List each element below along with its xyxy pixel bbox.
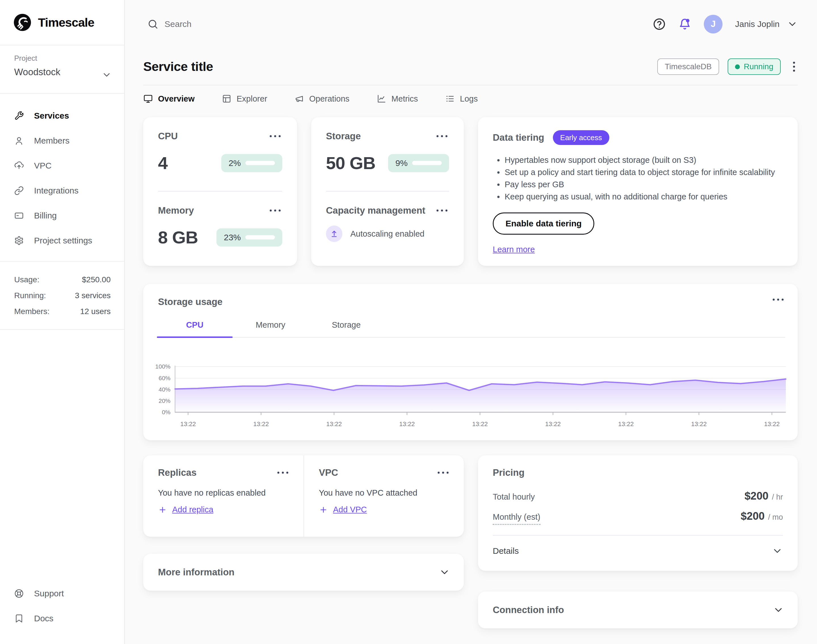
- tab-metrics[interactable]: Metrics: [377, 94, 418, 104]
- metrics-row: CPU 4 2% Memory 8 GB 23%: [143, 117, 798, 266]
- tiering-bullet: Pay less per GB: [497, 178, 783, 191]
- vpc-menu-button[interactable]: [436, 469, 450, 476]
- help-button[interactable]: [653, 18, 666, 31]
- ellipsis-icon: [436, 209, 448, 213]
- link-icon: [14, 186, 24, 195]
- chart-icon: [377, 94, 386, 104]
- sidebar-item-label: Support: [34, 589, 64, 598]
- tab-logs[interactable]: Logs: [445, 94, 478, 104]
- capacity-section: Capacity management Autoscaling enabled: [326, 192, 449, 266]
- user-menu[interactable]: Janis Joplin: [735, 19, 798, 29]
- sidebar-item-project-settings[interactable]: Project settings: [0, 228, 124, 253]
- sidebar-item-billing[interactable]: Billing: [0, 203, 124, 228]
- pricing-card: Pricing Total hourly $200 / hr Monthly (…: [478, 455, 798, 571]
- bottom-right-column: Pricing Total hourly $200 / hr Monthly (…: [478, 455, 798, 629]
- replicas-menu-button[interactable]: [276, 469, 290, 476]
- ellipsis-icon: [437, 471, 449, 475]
- vpc-empty-text: You have no VPC attached: [319, 488, 450, 498]
- page-title: Service title: [143, 59, 213, 74]
- service-menu-button[interactable]: [790, 59, 798, 75]
- service-type-chip: TimescaleDB: [657, 58, 719, 75]
- data-tiering-card: Data tiering Early access Hypertables no…: [478, 117, 798, 266]
- ellipsis-icon: [277, 471, 289, 475]
- svg-text:20%: 20%: [159, 397, 170, 404]
- help-circle-icon: [653, 18, 666, 31]
- storage-title: Storage: [326, 131, 361, 141]
- storage-usage-title: Storage usage: [158, 296, 222, 307]
- sidebar-item-support[interactable]: Support: [0, 581, 124, 606]
- cloud-upload-icon: [14, 161, 24, 170]
- replicas-empty-text: You have no replicas enabled: [158, 488, 290, 498]
- capacity-menu-button[interactable]: [435, 207, 449, 214]
- upload-arrow-icon: [326, 225, 342, 242]
- cpu-memory-card: CPU 4 2% Memory 8 GB 23%: [143, 117, 297, 266]
- storage-menu-button[interactable]: [435, 133, 449, 139]
- tiering-bullet-list: Hypertables now support object storage (…: [497, 154, 783, 203]
- enable-data-tiering-button[interactable]: Enable data tiering: [493, 213, 594, 235]
- chart-tab-storage[interactable]: Storage: [308, 320, 384, 337]
- replicas-vpc-card: Replicas You have no replicas enabled Ad…: [143, 455, 464, 537]
- add-vpc-button[interactable]: Add VPC: [319, 505, 450, 514]
- svg-text:13:22: 13:22: [399, 420, 415, 428]
- svg-text:13:22: 13:22: [545, 420, 561, 428]
- logo[interactable]: Timescale: [0, 0, 124, 45]
- project-selector[interactable]: Project Woodstock: [0, 45, 124, 94]
- usage-bar: [245, 235, 275, 239]
- svg-text:13:22: 13:22: [764, 420, 780, 428]
- usage-area-chart: 0%20%40%60%100%13:2213:2213:2213:2213:22…: [144, 363, 786, 430]
- bottom-left-column: Replicas You have no replicas enabled Ad…: [143, 455, 464, 591]
- cpu-menu-button[interactable]: [268, 133, 282, 139]
- notifications-button[interactable]: [678, 18, 691, 31]
- sidebar-item-members[interactable]: Members: [0, 128, 124, 153]
- connection-info-card[interactable]: Connection info: [478, 592, 798, 629]
- sidebar-item-integrations[interactable]: Integrations: [0, 178, 124, 203]
- ellipsis-icon: [436, 134, 448, 138]
- chevron-down-icon: [772, 545, 783, 557]
- storage-usage-pill: 9%: [388, 154, 449, 172]
- tiering-bullet: Hypertables now support object storage (…: [497, 154, 783, 166]
- storage-usage-menu-button[interactable]: [771, 296, 785, 303]
- chevron-down-icon: [439, 567, 450, 578]
- svg-text:40%: 40%: [159, 386, 170, 393]
- usage-bar: [245, 161, 275, 165]
- tab-explorer[interactable]: Explorer: [222, 94, 267, 104]
- more-information-card[interactable]: More information: [143, 554, 464, 591]
- sidebar-item-docs[interactable]: Docs: [0, 606, 124, 631]
- memory-menu-button[interactable]: [268, 207, 282, 214]
- tab-operations[interactable]: Operations: [294, 94, 349, 104]
- sidebar-item-vpc[interactable]: VPC: [0, 153, 124, 178]
- autoscaling-text: Autoscaling enabled: [350, 229, 425, 239]
- replicas-section: Replicas You have no replicas enabled Ad…: [143, 455, 304, 537]
- chart-tab-memory[interactable]: Memory: [233, 320, 308, 337]
- sidebar-item-label: Billing: [34, 211, 57, 221]
- replicas-title: Replicas: [158, 467, 196, 478]
- search-input[interactable]: [164, 19, 312, 29]
- sidebar-item-services[interactable]: Services: [0, 103, 124, 128]
- logo-text: Timescale: [38, 15, 94, 29]
- ellipsis-icon: [269, 134, 281, 138]
- tiering-bullet: Keep querying as usual, with no addition…: [497, 191, 783, 203]
- learn-more-link[interactable]: Learn more: [493, 245, 535, 254]
- add-replica-button[interactable]: Add replica: [158, 505, 290, 514]
- storage-section: Storage 50 GB 9%: [326, 117, 449, 192]
- pricing-title: Pricing: [493, 467, 524, 478]
- tab-overview[interactable]: Overview: [143, 94, 195, 104]
- project-stats: Usage: $250.00 Running: 3 services Membe…: [0, 261, 124, 330]
- chart-tab-cpu[interactable]: CPU: [157, 320, 233, 337]
- bell-icon: [678, 18, 691, 31]
- bookmark-icon: [14, 613, 24, 623]
- vpc-section: VPC You have no VPC attached Add VPC: [304, 455, 464, 537]
- stat-members: Members: 12 users: [14, 304, 110, 319]
- svg-text:0%: 0%: [162, 409, 170, 416]
- svg-text:13:22: 13:22: [691, 420, 707, 428]
- service-header: Service title TimescaleDB Running: [143, 53, 798, 80]
- more-information-title: More information: [158, 567, 235, 578]
- svg-text:13:22: 13:22: [472, 420, 487, 428]
- pricing-details-toggle[interactable]: Details: [493, 545, 783, 557]
- avatar[interactable]: J: [704, 15, 722, 34]
- search-icon: [147, 19, 158, 29]
- usage-bar: [412, 161, 442, 165]
- cpu-title: CPU: [158, 131, 178, 141]
- svg-text:13:22: 13:22: [180, 420, 196, 428]
- cpu-value: 4: [158, 153, 167, 173]
